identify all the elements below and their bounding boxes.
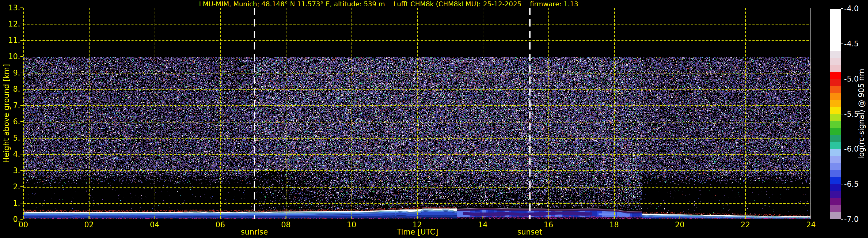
y-tick-mark [21,105,23,106]
y-tick-label: 6. [0,117,20,126]
x-tick-label: 14 [478,220,487,229]
y-tick-label: 10. [0,52,20,61]
x-tick-label: 02 [84,220,94,229]
colorbar-tick-mark [841,79,843,79]
y-tick-label: 0. [0,215,20,224]
y-tick-label: 7. [0,101,20,110]
colorbar-tick-label: -7.0 [844,215,859,224]
y-tick-label: 2. [0,182,20,191]
y-tick-mark [21,40,23,41]
x-tick-label: 18 [609,220,619,229]
x-tick-label: 22 [741,220,750,229]
y-tick-mark [21,121,23,122]
colorbar-tick-mark [841,8,843,9]
y-tick-mark [21,219,23,219]
sunrise-annotation: sunrise [241,228,268,236]
y-tick-label: 13. [0,3,20,12]
x-tick-label: 20 [675,220,684,229]
colorbar-tick-mark [841,184,843,184]
colorbar-tick-mark [841,114,843,114]
y-tick-mark [21,7,23,8]
colorbar-tick-label: -4.5 [844,39,859,48]
x-tick-label: 06 [215,220,225,229]
ceilometer-quicklook-figure: LMU-MIM, Munich; 48.148° N 11.573° E, al… [0,0,868,238]
y-tick-label: 8. [0,85,20,93]
y-tick-mark [21,138,23,138]
colorbar-tick-label: -4.0 [844,4,859,13]
y-tick-mark [21,24,23,24]
colorbar-gradient-canvas [830,9,841,219]
y-tick-label: 5. [0,134,20,142]
colorbar-tick-label: -5.5 [844,110,859,118]
x-tick-label: 24 [806,220,816,229]
colorbar [830,9,841,219]
x-tick-label: 10 [347,220,356,229]
colorbar-tick-mark [841,219,843,219]
y-axis-label: Height above ground [km] [2,64,11,163]
sunset-annotation: sunset [517,228,542,236]
x-tick-label: 08 [281,220,290,229]
backscatter-heatmap-canvas [23,8,811,219]
colorbar-label: log(rc-signal) @ 905 nm [857,69,866,159]
y-tick-mark [21,203,23,203]
y-tick-label: 1. [0,199,20,207]
x-tick-label: 00 [19,220,28,229]
x-tick-label: 04 [150,220,159,229]
colorbar-tick-label: -5.0 [844,75,859,83]
y-tick-label: 9. [0,68,20,77]
y-tick-mark [21,89,23,89]
y-tick-mark [21,154,23,154]
plot-title: LMU-MIM, Munich; 48.148° N 11.573° E, al… [199,0,578,8]
x-tick-label: 16 [544,220,553,229]
y-tick-label: 4. [0,150,20,158]
y-tick-mark [21,170,23,171]
y-tick-label: 11. [0,36,20,44]
y-tick-label: 12. [0,20,20,28]
colorbar-tick-label: -6.5 [844,180,859,188]
colorbar-tick-label: -6.0 [844,145,859,153]
x-axis-label: Time [UTC] [397,228,438,236]
colorbar-tick-mark [841,149,843,149]
colorbar-tick-mark [841,43,843,44]
plot-area [23,8,811,219]
y-tick-mark [21,186,23,187]
y-tick-mark [21,56,23,57]
y-tick-mark [21,72,23,73]
y-tick-label: 3. [0,166,20,175]
